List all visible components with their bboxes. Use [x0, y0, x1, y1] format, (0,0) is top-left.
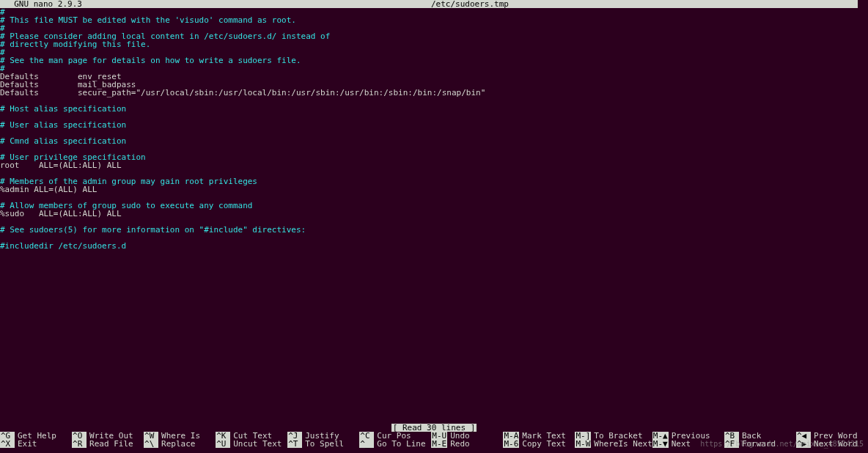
shortcut-key: M-6	[503, 440, 519, 448]
editor-line[interactable]: %sudo ALL=(ALL:ALL) ALL	[0, 210, 868, 218]
title-bar: GNU nano 2.9.3 /etc/sudoers.tmp	[0, 0, 868, 8]
shortcut-key: ^_	[359, 440, 374, 448]
editor-line[interactable]: # See sudoers(5) for more information on…	[0, 226, 868, 234]
editor-line[interactable]	[0, 97, 868, 105]
editor-line[interactable]: # directly modifying this file.	[0, 40, 868, 48]
editor-line[interactable]: # Allow members of group sudo to execute…	[0, 202, 868, 210]
shortcut-label: Uncut Text	[233, 440, 282, 448]
shortcut[interactable]: ^▶Next Word	[796, 440, 868, 448]
shortcut[interactable]: ^_Go To Line	[359, 440, 431, 448]
shortcut-key: ^X	[0, 440, 15, 448]
editor-area[interactable]: ## This file MUST be edited with the 'vi…	[0, 8, 868, 250]
shortcut-key: ^▶	[796, 440, 811, 448]
shortcut-key: ^\	[144, 440, 158, 448]
shortcut-label: Copy Text	[522, 440, 566, 448]
editor-line[interactable]: # Members of the admin group may gain ro…	[0, 177, 868, 185]
editor-line[interactable]: # User alias specification	[0, 121, 868, 129]
shortcut[interactable]: ^UUncut Text	[216, 440, 287, 448]
shortcut-label: Exit	[18, 440, 37, 448]
editor-line[interactable]: %admin ALL=(ALL) ALL	[0, 185, 868, 194]
shortcut-label: Replace	[161, 440, 195, 448]
shortcut[interactable]: M-WWhereIs Next	[575, 440, 652, 448]
shortcut-label: Read File	[89, 440, 133, 448]
shortcut[interactable]: ^FForward	[724, 440, 796, 448]
shortcut[interactable]: M-6Copy Text	[503, 440, 575, 448]
shortcut[interactable]: M-ERedo	[431, 440, 503, 448]
shortcut-label: Redo	[450, 440, 470, 448]
shortcut-label: Next	[672, 440, 691, 448]
editor-line[interactable]: #includedir /etc/sudoers.d	[0, 242, 868, 250]
shortcut[interactable]: ^RRead File	[72, 440, 144, 448]
shortcut-label: Next Word	[814, 440, 858, 448]
shortcut[interactable]: M-▼Next	[652, 440, 724, 448]
shortcut-key: ^U	[216, 440, 230, 448]
shortcut-key: ^F	[724, 440, 739, 448]
shortcut-key: M-E	[431, 440, 447, 448]
file-path: /etc/sudoers.tmp	[82, 0, 858, 8]
shortcut-label: Forward	[742, 440, 776, 448]
editor-line[interactable]: # Host alias specification	[0, 105, 868, 113]
app-name: GNU nano 2.9.3	[0, 0, 82, 8]
editor-line[interactable]	[0, 234, 868, 242]
shortcut-label: To Spell	[305, 440, 344, 448]
editor-line[interactable]: root ALL=(ALL:ALL) ALL	[0, 161, 868, 169]
shortcut-key: ^R	[72, 440, 87, 448]
editor-line[interactable]: Defaults secure_path="/usr/local/sbin:/u…	[0, 89, 868, 97]
editor-line[interactable]: # User privilege specification	[0, 153, 868, 161]
editor-line[interactable]: # Cmnd alias specification	[0, 137, 868, 145]
shortcut[interactable]: ^TTo Spell	[287, 440, 359, 448]
editor-line[interactable]: #	[0, 65, 868, 73]
editor-line[interactable]	[0, 129, 868, 137]
shortcut-label: Go To Line	[377, 440, 425, 448]
shortcut-key: M-▼	[652, 440, 669, 448]
shortcut-key: M-W	[575, 440, 591, 448]
editor-line[interactable]: # See the man page for details on how to…	[0, 56, 868, 65]
shortcut[interactable]: ^\Replace	[144, 440, 216, 448]
shortcut[interactable]: ^XExit	[0, 440, 72, 448]
editor-line[interactable]: # This file MUST be edited with the 'vis…	[0, 16, 868, 24]
editor-line[interactable]	[0, 113, 868, 121]
title-right-gap	[858, 0, 868, 8]
shortcut-key: ^T	[287, 440, 302, 448]
shortcut-label: WhereIs Next	[594, 440, 652, 448]
shortcut-bar: ^GGet Help^XExit^OWrite Out^RRead File^W…	[0, 432, 868, 448]
